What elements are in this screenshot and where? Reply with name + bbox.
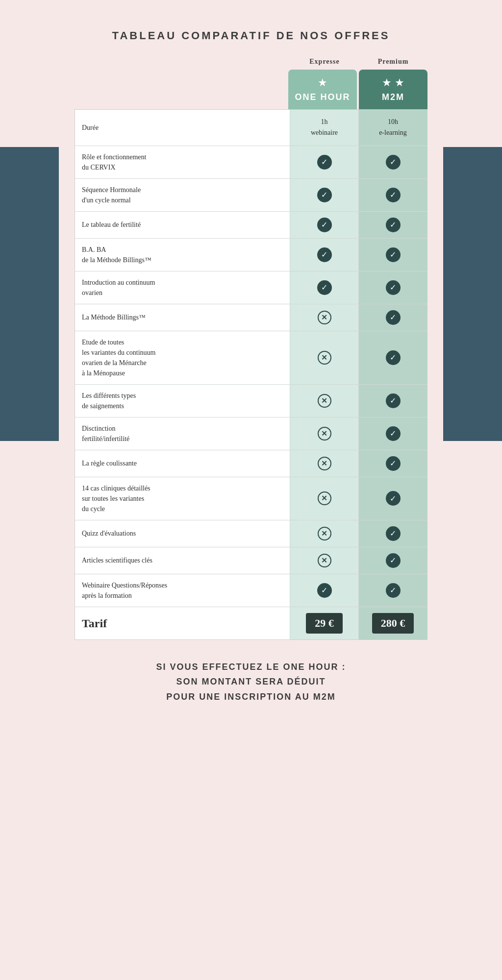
feature-cell: Rôle et fonctionnementdu CERVIX [75, 146, 290, 178]
check-icon: ✓ [317, 247, 332, 262]
expresse-check-cell: ✕ [290, 450, 359, 477]
table-row: Articles scientifiques clés✕✓ [75, 547, 427, 574]
check-icon: ✓ [386, 526, 401, 541]
table-row: Tarif29 €280 € [75, 607, 427, 639]
comparison-table: Durée1hwebinaire10he-learningRôle et fon… [75, 109, 427, 640]
table-row: Introduction au continuumovarien✓✓ [75, 271, 427, 304]
expresse-check-cell: ✕ [290, 304, 359, 331]
col-header-premium: Premium [359, 57, 427, 70]
x-icon: ✕ [318, 394, 331, 408]
expresse-check-cell: ✓ [290, 238, 359, 271]
premium-check-cell: ✓ [359, 238, 427, 271]
premium-check-cell: ✓ [359, 417, 427, 450]
table-row: B.A. BAde la Méthode Billings™✓✓ [75, 238, 427, 271]
expresse-check-cell: ✕ [290, 520, 359, 547]
check-icon: ✓ [386, 456, 401, 471]
table-row: Webinaire Questions/Réponsesaprès la for… [75, 574, 427, 607]
expresse-name: ONE HOUR [295, 92, 350, 102]
table-row: Les différents typesde saignements✕✓ [75, 384, 427, 417]
expresse-header-box: ★ ONE HOUR [288, 70, 357, 109]
premium-header-box: ★ ★ m2m [359, 70, 427, 109]
expresse-duration: 1hwebinaire [290, 110, 359, 146]
check-icon: ✓ [386, 247, 401, 262]
expresse-price-box: 29 € [306, 613, 343, 634]
expresse-check-cell: ✕ [290, 417, 359, 450]
check-icon: ✓ [386, 218, 401, 232]
column-headers: Expresse Premium [75, 57, 427, 70]
table-row: Etude de toutesles variantes du continuu… [75, 331, 427, 384]
feature-cell: B.A. BAde la Méthode Billings™ [75, 238, 290, 271]
table-row: Séquence Hormonaled'un cycle normal✓✓ [75, 178, 427, 211]
feature-cell: 14 cas cliniques détailléssur toutes les… [75, 477, 290, 520]
check-icon: ✓ [317, 155, 332, 170]
premium-check-cell: ✓ [359, 304, 427, 331]
premium-check-cell: ✓ [359, 547, 427, 574]
premium-check-cell: ✓ [359, 384, 427, 417]
feature-cell: Séquence Hormonaled'un cycle normal [75, 178, 290, 211]
premium-duration: 10he-learning [359, 110, 427, 146]
expresse-check-cell: ✓ [290, 271, 359, 304]
left-accent-block [0, 147, 59, 441]
feature-cell: Durée [75, 110, 290, 146]
check-icon: ✓ [386, 188, 401, 202]
x-icon: ✕ [318, 457, 331, 470]
check-icon: ✓ [386, 426, 401, 441]
premium-price-box: 280 € [372, 613, 414, 634]
check-icon: ✓ [386, 583, 401, 598]
table-row: Le tableau de fertilité✓✓ [75, 211, 427, 238]
check-icon: ✓ [386, 350, 401, 365]
feature-cell: Quizz d'évaluations [75, 520, 290, 547]
table-row: La Méthode Billings™✕✓ [75, 304, 427, 331]
x-icon: ✕ [318, 311, 331, 324]
check-icon: ✓ [317, 218, 332, 232]
premium-check-cell: ✓ [359, 271, 427, 304]
table-row: Quizz d'évaluations✕✓ [75, 520, 427, 547]
footer-line3: POUR UNE INSCRIPTION AU M2M [156, 689, 346, 705]
table-row: Durée1hwebinaire10he-learning [75, 110, 427, 146]
check-icon: ✓ [386, 553, 401, 568]
table-row: Disctinctionfertilité/infertilité✕✓ [75, 417, 427, 450]
check-icon: ✓ [317, 188, 332, 202]
feature-cell: Webinaire Questions/Réponsesaprès la for… [75, 574, 290, 607]
expresse-check-cell: ✓ [290, 178, 359, 211]
premium-check-cell: ✓ [359, 574, 427, 607]
expresse-check-cell: ✓ [290, 146, 359, 178]
premium-check-cell: ✓ [359, 146, 427, 178]
premium-check-cell: ✓ [359, 450, 427, 477]
x-icon: ✕ [318, 554, 331, 567]
table-row: La règle coulissante✕✓ [75, 450, 427, 477]
expresse-check-cell: ✕ [290, 331, 359, 384]
col-box-row: ★ ONE HOUR ★ ★ m2m [75, 70, 427, 109]
feature-cell: Introduction au continuumovarien [75, 271, 290, 304]
feature-cell: Les différents typesde saignements [75, 384, 290, 417]
feature-cell: Le tableau de fertilité [75, 211, 290, 238]
x-icon: ✕ [318, 527, 331, 540]
expresse-check-cell: ✕ [290, 547, 359, 574]
right-accent-block [443, 147, 502, 441]
check-icon: ✓ [386, 280, 401, 295]
check-icon: ✓ [317, 583, 332, 598]
expresse-check-cell: ✕ [290, 384, 359, 417]
premium-check-cell: ✓ [359, 520, 427, 547]
table-row: Rôle et fonctionnementdu CERVIX✓✓ [75, 146, 427, 178]
expresse-price-cell: 29 € [290, 607, 359, 639]
x-icon: ✕ [318, 427, 331, 441]
check-icon: ✓ [317, 280, 332, 295]
check-icon: ✓ [386, 491, 401, 506]
expresse-check-cell: ✓ [290, 574, 359, 607]
premium-check-cell: ✓ [359, 477, 427, 520]
premium-price-cell: 280 € [359, 607, 427, 639]
page-title: TABLEAU COMPARATIF DE NOS OFFRES [112, 29, 390, 42]
x-icon: ✕ [318, 351, 331, 365]
footer-note: SI VOUS EFFECTUEZ LE ONE HOUR : SON MONT… [156, 660, 346, 705]
expresse-stars: ★ [318, 76, 327, 89]
comparison-container: Expresse Premium ★ ONE HOUR ★ ★ m2m [75, 57, 427, 640]
premium-check-cell: ✓ [359, 178, 427, 211]
feature-cell: La règle coulissante [75, 450, 290, 477]
premium-stars: ★ ★ [382, 76, 404, 89]
feature-cell: Articles scientifiques clés [75, 547, 290, 574]
col-header-expresse: Expresse [290, 57, 359, 70]
x-icon: ✕ [318, 491, 331, 505]
check-icon: ✓ [386, 155, 401, 170]
expresse-check-cell: ✓ [290, 211, 359, 238]
